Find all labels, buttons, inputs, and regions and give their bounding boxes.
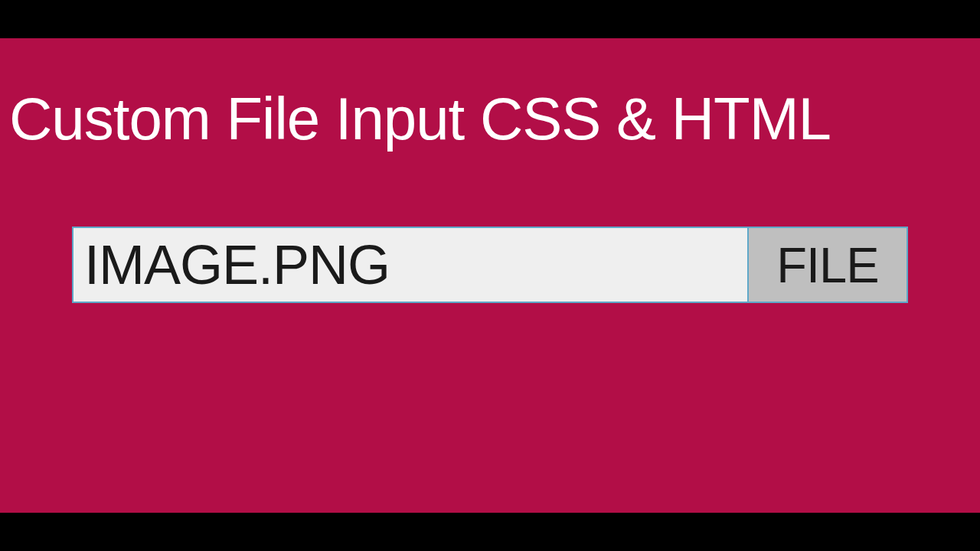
- file-browse-button[interactable]: FILE: [747, 228, 906, 302]
- letterbox-top: [0, 0, 980, 38]
- file-input-container: IMAGE.PNG FILE: [72, 227, 908, 303]
- letterbox-bottom: [0, 513, 980, 551]
- page-title: Custom File Input CSS & HTML: [0, 84, 980, 154]
- file-name-display[interactable]: IMAGE.PNG: [74, 228, 747, 302]
- main-content-area: Custom File Input CSS & HTML IMAGE.PNG F…: [0, 38, 980, 513]
